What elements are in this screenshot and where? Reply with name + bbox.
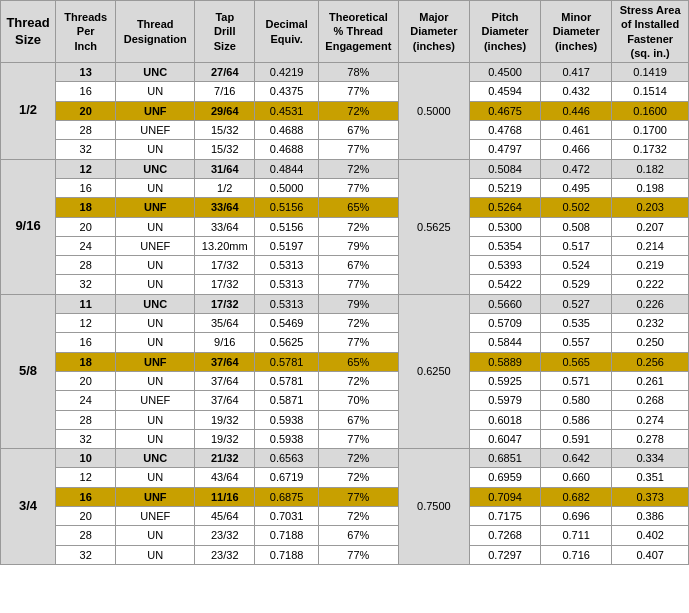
minor-cell: 0.642 [541,449,612,468]
designation-cell: UN [116,140,195,159]
pitch-cell: 0.7175 [469,507,540,526]
thread-size-cell: 9/16 [1,159,56,294]
theoretical-cell: 77% [318,82,398,101]
designation-cell: UN [116,256,195,275]
designation-cell: UNC [116,294,195,313]
table-row: 20UNF29/640.453172%0.46750.4460.1600 [1,101,689,120]
stress-cell: 0.274 [612,410,689,429]
theoretical-cell: 70% [318,391,398,410]
decimal-cell: 0.5313 [255,256,319,275]
decimal-cell: 0.5938 [255,429,319,448]
major-diameter-cell: 0.5000 [398,63,469,159]
theoretical-cell: 72% [318,314,398,333]
table-row: 18UNF33/640.515665%0.52640.5020.203 [1,198,689,217]
theoretical-cell: 67% [318,526,398,545]
tap-drill-cell: 37/64 [195,352,255,371]
pitch-cell: 0.7268 [469,526,540,545]
pitch-cell: 0.6851 [469,449,540,468]
stress-cell: 0.1514 [612,82,689,101]
major-diameter-cell: 0.6250 [398,294,469,448]
minor-cell: 0.696 [541,507,612,526]
tap-drill-cell: 19/32 [195,410,255,429]
table-row: 5/811UNC17/320.531379%0.62500.56600.5270… [1,294,689,313]
pitch-cell: 0.5354 [469,236,540,255]
tpi-cell: 28 [56,526,116,545]
table-row: 16UN7/160.437577%0.45940.4320.1514 [1,82,689,101]
decimal-cell: 0.5625 [255,333,319,352]
decimal-cell: 0.5469 [255,314,319,333]
pitch-cell: 0.7094 [469,487,540,506]
minor-cell: 0.716 [541,545,612,564]
theoretical-cell: 65% [318,352,398,371]
tpi-cell: 13 [56,63,116,82]
pitch-cell: 0.5979 [469,391,540,410]
theoretical-cell: 72% [318,468,398,487]
tap-drill-cell: 13.20mm [195,236,255,255]
tpi-cell: 24 [56,391,116,410]
theoretical-cell: 72% [318,217,398,236]
tpi-cell: 10 [56,449,116,468]
minor-cell: 0.529 [541,275,612,294]
pitch-cell: 0.5844 [469,333,540,352]
table-row: 12UN43/640.671972%0.69590.6600.351 [1,468,689,487]
decimal-cell: 0.5313 [255,294,319,313]
minor-cell: 0.565 [541,352,612,371]
tpi-cell: 20 [56,101,116,120]
theoretical-cell: 78% [318,63,398,82]
header-tpi: Threads Per Inch [56,1,116,63]
designation-cell: UNEF [116,391,195,410]
tpi-cell: 12 [56,314,116,333]
decimal-cell: 0.4375 [255,82,319,101]
designation-cell: UNF [116,101,195,120]
minor-cell: 0.535 [541,314,612,333]
minor-cell: 0.432 [541,82,612,101]
major-diameter-cell: 0.7500 [398,449,469,565]
theoretical-cell: 72% [318,449,398,468]
stress-cell: 0.250 [612,333,689,352]
stress-cell: 0.351 [612,468,689,487]
decimal-cell: 0.5313 [255,275,319,294]
designation-cell: UN [116,217,195,236]
pitch-cell: 0.5393 [469,256,540,275]
theoretical-cell: 79% [318,236,398,255]
pitch-cell: 0.5264 [469,198,540,217]
table-row: 16UN1/20.500077%0.52190.4950.198 [1,178,689,197]
table-row: 16UNF11/160.687577%0.70940.6820.373 [1,487,689,506]
tpi-cell: 16 [56,82,116,101]
theoretical-cell: 79% [318,294,398,313]
tpi-cell: 16 [56,487,116,506]
table-row: 20UN37/640.578172%0.59250.5710.261 [1,371,689,390]
stress-cell: 0.386 [612,507,689,526]
designation-cell: UNEF [116,236,195,255]
minor-cell: 0.524 [541,256,612,275]
header-designation: Thread Designation [116,1,195,63]
table-row: 20UNEF45/640.703172%0.71750.6960.386 [1,507,689,526]
designation-cell: UN [116,545,195,564]
tpi-cell: 32 [56,140,116,159]
theoretical-cell: 77% [318,140,398,159]
tap-drill-cell: 11/16 [195,487,255,506]
tap-drill-cell: 17/32 [195,275,255,294]
theoretical-cell: 77% [318,429,398,448]
designation-cell: UN [116,410,195,429]
designation-cell: UNC [116,63,195,82]
minor-cell: 0.466 [541,140,612,159]
tpi-cell: 16 [56,333,116,352]
designation-cell: UNEF [116,121,195,140]
table-row: 28UN23/320.718867%0.72680.7110.402 [1,526,689,545]
table-row: 28UN19/320.593867%0.60180.5860.274 [1,410,689,429]
theoretical-cell: 72% [318,371,398,390]
pitch-cell: 0.4594 [469,82,540,101]
stress-cell: 0.278 [612,429,689,448]
table-row: 32UN15/320.468877%0.47970.4660.1732 [1,140,689,159]
decimal-cell: 0.7188 [255,545,319,564]
table-row: 24UNEF13.20mm0.519779%0.53540.5170.214 [1,236,689,255]
stress-cell: 0.226 [612,294,689,313]
theoretical-cell: 77% [318,275,398,294]
stress-cell: 0.402 [612,526,689,545]
table-row: 9/1612UNC31/640.484472%0.56250.50840.472… [1,159,689,178]
major-diameter-cell: 0.5625 [398,159,469,294]
tpi-cell: 18 [56,198,116,217]
header-pitch: Pitch Diameter (inches) [469,1,540,63]
tpi-cell: 32 [56,545,116,564]
